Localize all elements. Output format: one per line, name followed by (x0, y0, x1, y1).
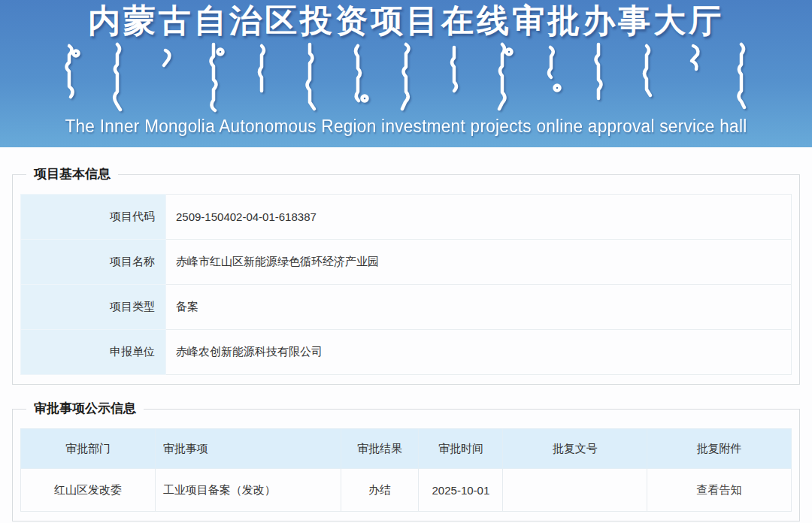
project-name-value: 赤峰市红山区新能源绿色循环经济产业园 (166, 240, 792, 285)
approval-doc-no-cell (503, 469, 647, 512)
basic-info-title: 项目基本信息 (26, 167, 118, 182)
approval-item-cell: 工业项目备案（发改） (155, 469, 341, 512)
site-title-chinese: 内蒙古自治区投资项目在线审批办事大厅 (0, 0, 812, 40)
approval-info-section: 审批事项公示信息 审批部门 审批事项 审批结果 审批时间 批复文号 批复附件 红… (12, 401, 800, 521)
site-subtitle-english: The Inner Mongolia Autonomous Region inv… (8, 115, 804, 138)
declaring-unit-label: 申报单位 (21, 330, 166, 375)
basic-info-table: 项目代码 2509-150402-04-01-618387 项目名称 赤峰市红山… (20, 194, 792, 375)
project-code-label: 项目代码 (21, 195, 166, 240)
mongolian-script-svg (53, 41, 759, 113)
declaring-unit-value: 赤峰农创新能源科技有限公司 (166, 330, 792, 375)
table-header-row: 审批部门 审批事项 审批结果 审批时间 批复文号 批复附件 (21, 429, 792, 469)
project-type-label: 项目类型 (21, 285, 166, 330)
column-header-attachment: 批复附件 (647, 429, 792, 469)
main-content: 项目基本信息 项目代码 2509-150402-04-01-618387 项目名… (0, 147, 812, 521)
approval-table: 审批部门 审批事项 审批结果 审批时间 批复文号 批复附件 红山区发改委 工业项… (20, 428, 792, 512)
table-row: 项目名称 赤峰市红山区新能源绿色循环经济产业园 (21, 240, 792, 285)
approval-time-cell: 2025-10-01 (419, 469, 503, 512)
column-header-result: 审批结果 (341, 429, 419, 469)
table-row: 项目代码 2509-150402-04-01-618387 (21, 195, 792, 240)
site-banner: 内蒙古自治区投资项目在线审批办事大厅 (0, 0, 812, 147)
approval-result-cell: 办结 (341, 469, 419, 512)
table-row: 红山区发改委 工业项目备案（发改） 办结 2025-10-01 查看告知 (21, 469, 792, 512)
project-type-value: 备案 (166, 285, 792, 330)
column-header-item: 审批事项 (155, 429, 341, 469)
project-code-value: 2509-150402-04-01-618387 (166, 195, 792, 240)
basic-info-section: 项目基本信息 项目代码 2509-150402-04-01-618387 项目名… (12, 167, 800, 385)
page: { "header": { "title_cn": "内蒙古自治区投资项目在线审… (0, 0, 812, 523)
approval-department-cell: 红山区发改委 (21, 469, 156, 512)
approval-info-title: 审批事项公示信息 (26, 401, 144, 416)
mongolian-script-decoration (0, 41, 812, 113)
project-name-label: 项目名称 (21, 240, 166, 285)
view-notice-link[interactable]: 查看告知 (697, 483, 742, 496)
column-header-time: 审批时间 (419, 429, 503, 469)
table-row: 项目类型 备案 (21, 285, 792, 330)
column-header-doc-no: 批复文号 (503, 429, 647, 469)
approval-attachment-cell: 查看告知 (647, 469, 792, 512)
table-row: 申报单位 赤峰农创新能源科技有限公司 (21, 330, 792, 375)
column-header-department: 审批部门 (21, 429, 156, 469)
